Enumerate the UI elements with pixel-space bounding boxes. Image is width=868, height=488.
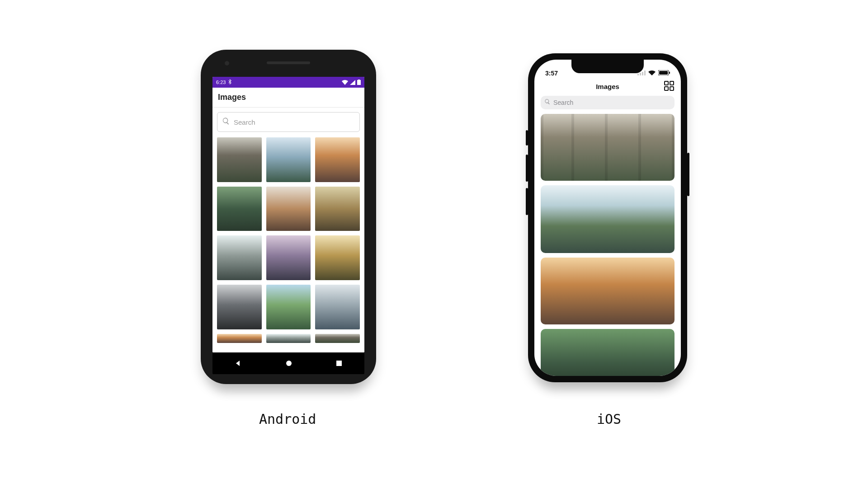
wifi-icon <box>342 80 348 85</box>
android-status-bar: 6:23 <box>212 77 364 88</box>
search-field[interactable] <box>553 99 671 106</box>
svg-rect-2 <box>637 74 639 75</box>
android-image-grid <box>217 137 360 329</box>
list-item[interactable] <box>315 137 360 182</box>
list-item[interactable] <box>217 334 262 343</box>
list-item[interactable] <box>315 235 360 280</box>
home-icon[interactable] <box>286 360 292 366</box>
list-item[interactable] <box>266 137 311 182</box>
page-title: Images <box>218 93 246 102</box>
battery-icon <box>357 80 361 85</box>
search-icon <box>544 99 551 107</box>
list-item[interactable] <box>217 137 262 182</box>
page-title: Images <box>596 83 619 90</box>
svg-rect-3 <box>640 73 641 75</box>
list-item[interactable] <box>541 329 675 376</box>
ios-notch <box>571 60 644 73</box>
android-earpiece <box>201 61 376 64</box>
svg-rect-8 <box>669 72 670 74</box>
svg-rect-9 <box>665 81 668 85</box>
list-item[interactable] <box>217 285 262 329</box>
ios-volume-down <box>526 188 528 215</box>
android-image-grid-overflow <box>217 334 360 343</box>
svg-rect-5 <box>644 70 646 75</box>
ios-volume-up <box>526 155 528 182</box>
svg-rect-12 <box>670 87 674 90</box>
search-icon <box>222 117 230 127</box>
search-input[interactable] <box>217 112 360 132</box>
search-input[interactable] <box>541 96 675 109</box>
list-item[interactable] <box>541 114 675 181</box>
ios-status-time: 3:57 <box>545 70 558 77</box>
ios-screen: 3:57 <box>534 60 681 376</box>
ios-nav-bar: Images <box>534 79 681 94</box>
android-content[interactable] <box>212 108 364 352</box>
android-screen: 6:23 Image <box>212 77 364 352</box>
search-field[interactable] <box>234 118 355 126</box>
list-item[interactable] <box>541 258 675 324</box>
svg-rect-10 <box>670 81 674 85</box>
svg-rect-11 <box>665 87 668 90</box>
list-item[interactable] <box>266 334 311 343</box>
grid-icon[interactable] <box>664 80 675 93</box>
list-item[interactable] <box>315 187 360 231</box>
svg-point-0 <box>286 361 292 366</box>
bt-icon <box>228 79 233 85</box>
svg-rect-7 <box>659 71 668 75</box>
wifi-icon <box>648 70 656 77</box>
ios-mute-switch <box>526 130 528 145</box>
list-item[interactable] <box>266 187 311 231</box>
android-app-title: Images <box>212 88 364 108</box>
android-device-frame: 6:23 Image <box>201 50 376 384</box>
list-item[interactable] <box>541 185 675 253</box>
list-item[interactable] <box>266 285 311 329</box>
list-item[interactable] <box>266 235 311 280</box>
ios-image-list <box>541 114 675 376</box>
comparison-stage: 6:23 Image <box>0 0 868 488</box>
list-item[interactable] <box>315 285 360 329</box>
list-item[interactable] <box>217 187 262 231</box>
android-status-time: 6:23 <box>216 80 226 85</box>
list-item[interactable] <box>315 334 360 343</box>
svg-rect-1 <box>336 361 342 366</box>
android-system-nav <box>212 352 364 374</box>
battery-icon <box>658 70 670 77</box>
ios-device-frame: 3:57 <box>528 53 687 382</box>
recent-icon[interactable] <box>336 360 342 366</box>
back-icon[interactable] <box>235 360 242 367</box>
android-caption: Android <box>259 411 316 427</box>
ios-power-button <box>687 153 689 196</box>
ios-caption: iOS <box>597 411 621 427</box>
signal-icon <box>350 80 355 85</box>
list-item[interactable] <box>217 235 262 280</box>
svg-rect-4 <box>642 72 643 75</box>
ios-content[interactable] <box>534 94 681 376</box>
